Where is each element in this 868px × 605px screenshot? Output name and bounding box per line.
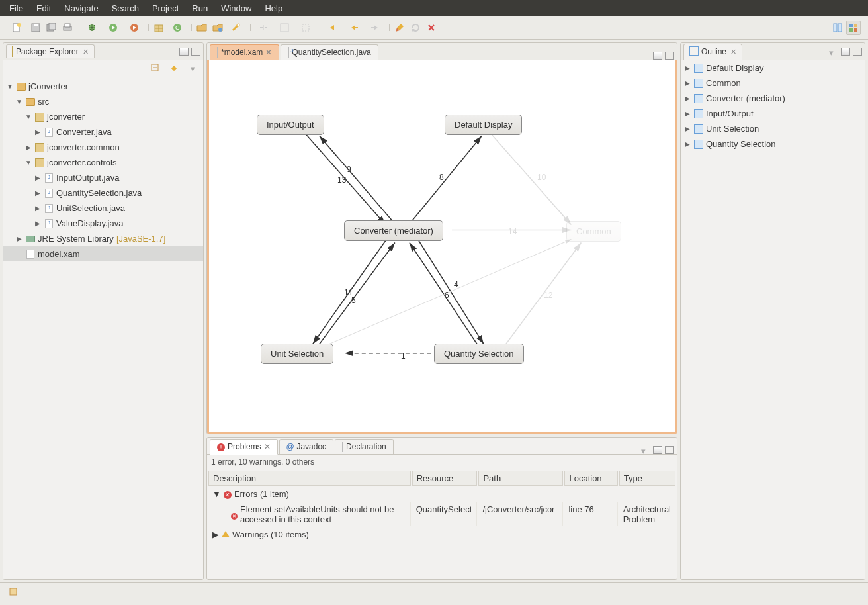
save-button[interactable] [28, 21, 43, 35]
outline-item-common[interactable]: ▶Common [681, 75, 865, 91]
menu-navigate[interactable]: Navigate [58, 3, 105, 13]
tree-item-model-xam[interactable]: model.xam [3, 246, 203, 261]
menu-search[interactable]: Search [105, 3, 146, 13]
debug-button[interactable] [82, 21, 102, 35]
package-explorer-tree[interactable]: ▼ jConverter ▼ src ▼ jconverter ▶ Conver… [3, 76, 203, 579]
tree-item-converter-java[interactable]: ▶ Converter.java [3, 124, 203, 140]
expand-icon[interactable]: ▶ [34, 205, 42, 212]
tree-item-inputoutput-java[interactable]: ▶ InputOutput.java [3, 170, 203, 185]
menu-window[interactable]: Window [214, 3, 258, 13]
diagram-editor-canvas[interactable]: Input/OutputDefault DisplayConverter (me… [207, 60, 677, 434]
col-location[interactable]: Location [564, 471, 617, 486]
new-package-button[interactable] [152, 21, 166, 35]
diagram-node-io[interactable]: Input/Output [257, 115, 324, 135]
expand-icon[interactable]: ▶ [683, 64, 691, 71]
editor-tab-quantity[interactable]: QuantitySelection.java [281, 44, 378, 60]
expand-icon[interactable]: ▶ [34, 220, 42, 227]
outline-item-input-output[interactable]: ▶Input/Output [681, 106, 865, 121]
diagram-node-common[interactable]: Common [566, 221, 621, 242]
minimize-button[interactable] [841, 48, 850, 56]
status-indicator-icon[interactable] [6, 584, 21, 599]
problems-group-error[interactable]: ▼ ✕ Errors (1 item) [212, 489, 671, 499]
menu-edit[interactable]: Edit [30, 3, 58, 13]
menu-file[interactable]: File [3, 3, 30, 13]
col-description[interactable]: Description [208, 471, 411, 486]
outline-item-converter-mediator-[interactable]: ▶Converter (mediator) [681, 91, 865, 106]
problem-row[interactable]: ✕Element setAvailableUnits should not be… [208, 502, 675, 526]
last-edit-button[interactable] [323, 21, 343, 35]
expand-icon[interactable]: ▶ [683, 95, 691, 102]
expand-icon[interactable]: ▶ [24, 144, 32, 151]
open-perspective-button[interactable] [830, 21, 845, 35]
link-editor-button[interactable] [167, 61, 181, 75]
close-icon[interactable]: ✕ [264, 442, 271, 451]
expand-icon[interactable]: ▼ [212, 489, 221, 499]
tree-item-jconverter-common[interactable]: ▶ jconverter.common [3, 140, 203, 155]
view-menu-icon[interactable]: ▾ [641, 446, 650, 454]
forward-button[interactable] [365, 21, 385, 35]
java-perspective-button[interactable] [846, 21, 861, 35]
new-class-button[interactable]: C [167, 21, 187, 35]
close-icon[interactable]: ✕ [265, 48, 272, 57]
expand-icon[interactable]: ▶ [34, 128, 42, 136]
expand-icon[interactable]: ▶ [683, 79, 691, 87]
outline-tree[interactable]: ▶Default Display▶Common▶Converter (media… [681, 60, 865, 579]
javadoc-tab[interactable]: @ Javadoc [279, 439, 333, 454]
tree-item-src[interactable]: ▼ src [3, 94, 203, 109]
tree-item-quantityselection-java[interactable]: ▶ QuantitySelection.java [3, 185, 203, 201]
tree-item-jconverter-controls[interactable]: ▼ jconverter.controls [3, 155, 203, 170]
tree-item-jre-system-library[interactable]: ▶ JRE System Library [JavaSE-1.7] [3, 231, 203, 246]
expand-icon[interactable]: ▼ [24, 159, 32, 166]
col-resource[interactable]: Resource [412, 471, 478, 486]
pin-button[interactable] [392, 21, 407, 35]
expand-icon[interactable]: ▶ [34, 189, 42, 197]
expand-icon[interactable]: ▼ [6, 83, 14, 90]
expand-icon[interactable]: ▶ [15, 235, 23, 242]
tree-item-jconverter[interactable]: ▼ jConverter [3, 79, 203, 94]
maximize-button[interactable] [191, 48, 200, 56]
diagram-node-dd[interactable]: Default Display [445, 115, 522, 135]
toggle-breadcrumb-button[interactable] [253, 21, 273, 35]
col-type[interactable]: Type [619, 471, 675, 486]
outline-item-default-display[interactable]: ▶Default Display [681, 60, 865, 75]
run-button[interactable] [103, 21, 123, 35]
view-menu-button[interactable]: ▾ [185, 61, 200, 75]
diagram-node-qs[interactable]: Quantity Selection [434, 344, 524, 364]
tree-item-valuedisplay-java[interactable]: ▶ ValueDisplay.java [3, 216, 203, 231]
maximize-button[interactable] [665, 446, 674, 454]
expand-icon[interactable]: ▶ [212, 530, 219, 539]
collapse-all-button[interactable] [148, 61, 163, 75]
new-button[interactable] [7, 21, 27, 35]
maximize-button[interactable] [853, 48, 862, 56]
editor-tab-model[interactable]: *model.xam ✕ [210, 44, 279, 60]
menu-project[interactable]: Project [146, 3, 185, 13]
problems-tab[interactable]: ! Problems ✕ [210, 439, 278, 455]
refresh-button[interactable] [408, 21, 423, 35]
maximize-button[interactable] [665, 52, 674, 60]
col-path[interactable]: Path [478, 471, 563, 486]
minimize-button[interactable] [653, 52, 662, 60]
declaration-tab[interactable]: Declaration [335, 439, 394, 454]
external-tools-button[interactable] [124, 21, 144, 35]
expand-icon[interactable]: ▼ [24, 113, 32, 120]
back-button[interactable] [344, 21, 364, 35]
menu-run[interactable]: Run [185, 3, 214, 13]
open-task-button[interactable] [210, 21, 225, 35]
close-icon[interactable]: ✕ [81, 48, 89, 56]
outline-tab[interactable]: Outline ✕ [683, 44, 742, 60]
expand-icon[interactable]: ▼ [15, 98, 23, 105]
expand-icon[interactable]: ▶ [683, 140, 691, 148]
package-explorer-tab[interactable]: Package Explorer ✕ [6, 44, 95, 58]
outline-item-quantity-selection[interactable]: ▶Quantity Selection [681, 136, 865, 152]
problems-group-warn[interactable]: ▶ Warnings (10 items) [212, 530, 671, 539]
search-button[interactable] [226, 21, 246, 35]
stop-button[interactable] [424, 21, 439, 35]
expand-icon[interactable]: ▶ [34, 174, 42, 181]
minimize-button[interactable] [653, 446, 662, 454]
tree-item-unitselection-java[interactable]: ▶ UnitSelection.java [3, 201, 203, 216]
tree-item-jconverter[interactable]: ▼ jconverter [3, 109, 203, 124]
mark-occurrences-button[interactable] [275, 21, 294, 35]
close-icon[interactable]: ✕ [729, 48, 736, 56]
expand-icon[interactable]: ▶ [683, 110, 691, 117]
diagram-node-us[interactable]: Unit Selection [261, 344, 333, 364]
